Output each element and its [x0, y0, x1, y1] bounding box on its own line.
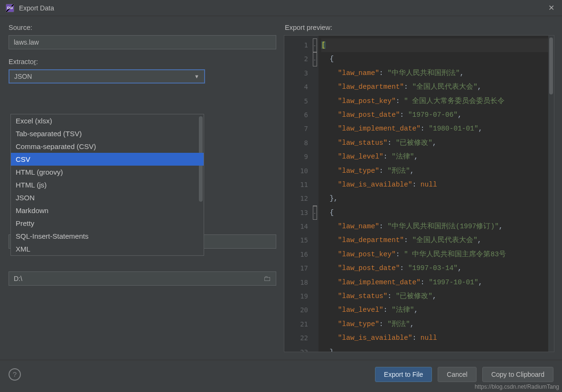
export-to-file-button[interactable]: Export to File	[375, 367, 432, 382]
help-button[interactable]: ?	[9, 368, 21, 381]
extractor-option[interactable]: HTML (js)	[11, 178, 204, 191]
source-input[interactable]: laws.law	[9, 35, 276, 49]
extractor-combo[interactable]: JSON ▼	[9, 69, 205, 84]
source-label: Source:	[9, 24, 276, 31]
cancel-button[interactable]: Cancel	[438, 367, 477, 382]
code-editor[interactable]: 1234567891011121314151617181920212223 --…	[284, 35, 554, 352]
extractor-option[interactable]: JSON	[11, 191, 204, 204]
path-input[interactable]: D:\ 🗀	[9, 271, 276, 286]
code-area[interactable]: [ { "law_name": "中华人民共和国刑法", "law_depart…	[318, 36, 548, 352]
line-gutter: 1234567891011121314151617181920212223	[284, 36, 311, 352]
extractor-option[interactable]: Comma-separated (CSV)	[11, 140, 204, 153]
watermark: https://blog.csdn.net/RadiumTang	[475, 383, 559, 390]
extractor-dropdown: Excel (xlsx)Tab-separated (TSV)Comma-sep…	[10, 114, 204, 256]
close-icon[interactable]: ✕	[546, 3, 556, 13]
window-title: Export Data	[19, 4, 54, 12]
app-icon: DG	[6, 4, 14, 12]
extractor-option[interactable]: Markdown	[11, 204, 204, 217]
extractor-option[interactable]: Tab-separated (TSV)	[11, 127, 204, 140]
extractor-label: Extractor:	[9, 58, 276, 65]
editor-scrollbar[interactable]	[548, 36, 554, 352]
path-value: D:\	[14, 275, 22, 282]
titlebar: DG Export Data ✕	[0, 0, 562, 16]
extractor-option[interactable]: CSV	[11, 153, 204, 166]
copy-to-clipboard-button[interactable]: Copy to Clipboard	[482, 367, 553, 382]
extractor-option[interactable]: Excel (xlsx)	[11, 114, 204, 127]
extractor-option[interactable]: HTML (groovy)	[11, 166, 204, 178]
folder-icon[interactable]: 🗀	[263, 274, 271, 283]
extractor-value: JSON	[14, 70, 32, 83]
chevron-down-icon: ▼	[194, 70, 199, 83]
fold-column: ---	[311, 36, 318, 352]
extractor-option[interactable]: Pretty	[11, 217, 204, 230]
preview-label: Export preview:	[284, 24, 555, 31]
extractor-option[interactable]: SQL-Insert-Statements	[11, 230, 204, 243]
extractor-option[interactable]: XML	[11, 243, 204, 255]
